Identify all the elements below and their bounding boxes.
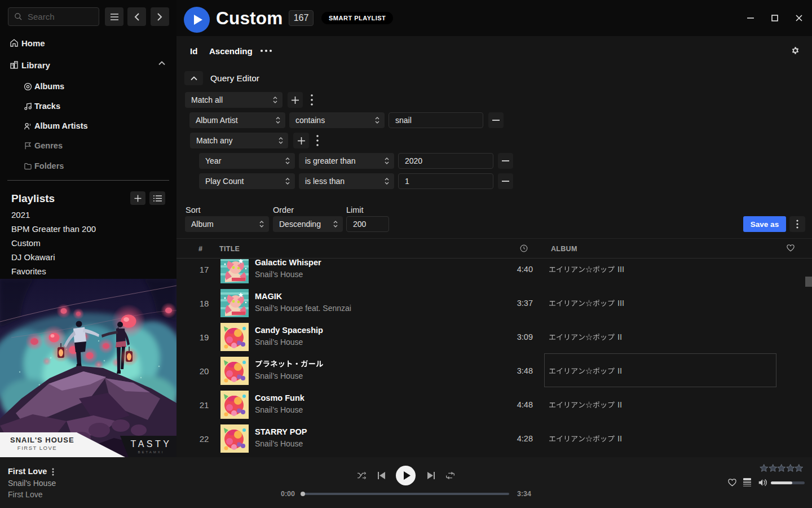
svg-text:SNAIL'S HOUSE: SNAIL'S HOUSE xyxy=(10,436,74,444)
svg-text:BETAMXI: BETAMXI xyxy=(138,450,165,454)
svg-text:FIRST LOVE: FIRST LOVE xyxy=(17,445,57,451)
svg-text:TASTY: TASTY xyxy=(131,439,172,449)
